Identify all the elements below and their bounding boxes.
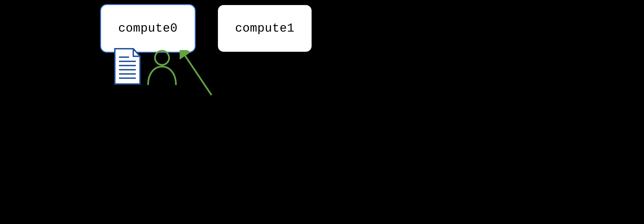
- person-icon: [146, 50, 178, 88]
- arrow-to-compute0: [180, 50, 215, 98]
- compute1-node: compute1: [217, 4, 312, 53]
- svg-line-7: [183, 53, 212, 95]
- compute0-label: compute0: [118, 22, 178, 35]
- compute0-node: compute0: [100, 4, 196, 53]
- svg-point-6: [155, 51, 169, 65]
- compute1-label: compute1: [235, 22, 294, 35]
- document-icon: [113, 47, 142, 87]
